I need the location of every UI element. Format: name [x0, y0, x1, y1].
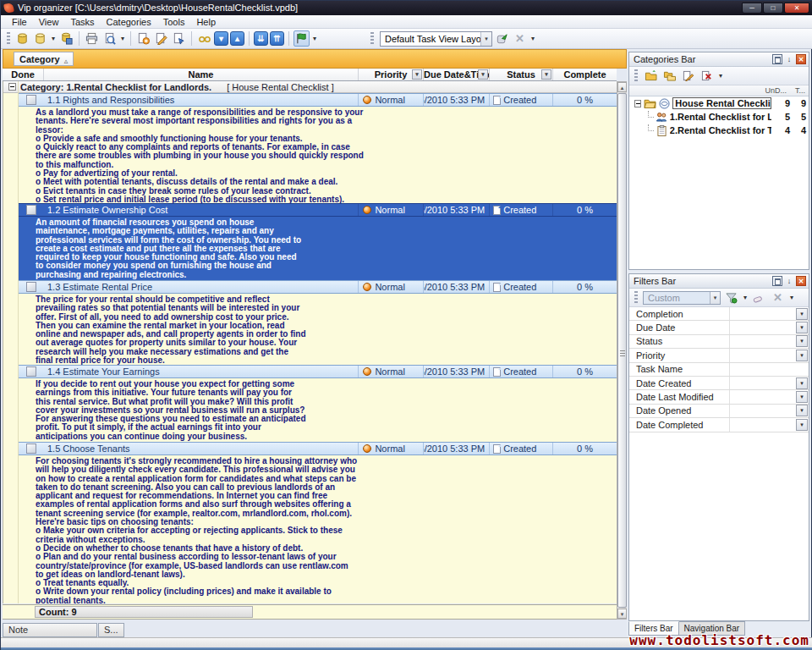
task-view-layout-combo[interactable]: Default Task View Layout ▾	[380, 31, 492, 47]
apply-filter-dropdown-icon[interactable]: ▾	[742, 294, 749, 301]
edit-task-icon[interactable]	[153, 30, 169, 47]
move-top-icon[interactable]: ⇈	[270, 31, 284, 46]
maximize-button[interactable]: □	[763, 3, 783, 14]
group-by-category-button[interactable]: Category	[14, 52, 74, 66]
open-database-icon[interactable]	[14, 30, 30, 47]
filter-row-date-modified[interactable]: Date Last Modified▾	[629, 390, 809, 404]
tree-item-root[interactable]: House Rental Checklist 9 9	[629, 96, 809, 110]
menu-file[interactable]: File	[6, 15, 33, 29]
filter-row-status[interactable]: Status▾	[629, 335, 809, 349]
column-undone[interactable]: UnD...	[765, 86, 787, 95]
database-dropdown-icon[interactable]: ▾	[50, 35, 57, 42]
task-checkbox[interactable]	[26, 95, 36, 105]
menu-tools[interactable]: Tools	[157, 15, 191, 29]
menu-categories[interactable]: Categories	[101, 15, 157, 29]
tree-item-tenants[interactable]: 2.Rental Checklist for Tenar 4 4	[629, 124, 809, 137]
task-row[interactable]: 1.3 Estimate Rental Price Normal 4/6/201…	[19, 280, 617, 294]
flag-filter-icon[interactable]	[294, 30, 310, 47]
menu-view[interactable]: View	[33, 15, 65, 29]
filter-row-priority[interactable]: Priority▾	[629, 349, 809, 362]
column-header-done[interactable]: Done	[3, 69, 43, 80]
scroll-up-icon[interactable]: ▴	[617, 82, 627, 92]
layout-combo-dropdown-icon[interactable]: ▾	[480, 32, 491, 46]
delete-task-icon[interactable]	[171, 30, 187, 47]
scroll-down-icon[interactable]: ▾	[617, 609, 627, 619]
status-filter-dropdown-icon[interactable]: ▾	[541, 69, 551, 80]
due-filter-dropdown-icon[interactable]: ▾	[478, 69, 488, 80]
filter-dropdown-icon[interactable]: ▾	[796, 335, 808, 347]
new-database-icon[interactable]	[32, 30, 48, 47]
task-checkbox[interactable]	[26, 282, 36, 292]
filter-dropdown-icon[interactable]: ▾	[796, 377, 808, 389]
category-group-row[interactable]: Category: 1.Rental Checklist for Landlor…	[3, 81, 617, 93]
column-header-priority[interactable]: Priority▾	[358, 69, 423, 80]
scrollbar-thumb[interactable]	[617, 93, 627, 608]
filter-dropdown-icon[interactable]: ▾	[796, 391, 808, 403]
print-preview-icon[interactable]	[102, 30, 118, 47]
minimize-button[interactable]: ─	[742, 3, 762, 14]
flag-dropdown-icon[interactable]: ▾	[311, 35, 318, 42]
tree-item-landlords[interactable]: 1.Rental Checklist for Landl 5 5	[629, 110, 809, 124]
panel-close-icon[interactable]: ✕	[796, 276, 806, 286]
filter-dropdown-icon[interactable]: ▾	[796, 350, 808, 361]
panel-restore-icon[interactable]	[772, 54, 782, 64]
filter-row-date-created[interactable]: Date Created▾	[629, 377, 809, 390]
tab-note[interactable]: Note	[3, 623, 97, 637]
column-total[interactable]: T...	[795, 86, 805, 95]
add-category-icon[interactable]	[643, 68, 659, 84]
panel-restore-icon[interactable]	[772, 276, 782, 286]
move-up-icon[interactable]: ▴	[230, 31, 244, 46]
close-button[interactable]: ✕	[784, 3, 809, 14]
print-dropdown-icon[interactable]: ▾	[119, 35, 126, 42]
clear-filter-icon[interactable]	[751, 289, 767, 306]
collapse-group-icon[interactable]	[8, 83, 16, 91]
task-row[interactable]: 1.4 Estimate Your Earnings Normal 4/6/20…	[19, 365, 617, 378]
layout-dropdown-icon[interactable]: ▾	[529, 35, 536, 42]
filter-dropdown-icon[interactable]: ▾	[796, 405, 808, 416]
menu-help[interactable]: Help	[190, 15, 222, 29]
column-header-due[interactable]: Due Date&Time▾	[423, 69, 489, 80]
delete-category-icon[interactable]	[699, 68, 715, 84]
task-checkbox[interactable]	[26, 205, 36, 215]
tree-collapse-icon[interactable]	[634, 100, 641, 107]
task-checkbox[interactable]	[26, 366, 36, 377]
filter-row-task-name[interactable]: Task Name	[629, 363, 809, 377]
panel-close-icon[interactable]: ✕	[796, 54, 806, 64]
menu-tasks[interactable]: Tasks	[64, 15, 100, 29]
apply-layout-icon[interactable]	[494, 30, 510, 47]
delete-filter-icon[interactable]: ✕	[770, 289, 786, 306]
view-notes-icon[interactable]	[196, 30, 212, 47]
task-checkbox[interactable]	[26, 443, 36, 454]
filters-toolbar-dropdown-icon[interactable]: ▾	[788, 294, 795, 301]
task-row-selected[interactable]: 1.2 Estimate Ownership Cost Normal 4/6/2…	[19, 203, 617, 217]
column-header-status[interactable]: Status▾	[489, 69, 552, 80]
tab-search[interactable]: S...	[98, 623, 124, 637]
add-subcategory-icon[interactable]	[661, 68, 678, 84]
panel-pin-icon[interactable]	[784, 54, 794, 64]
priority-filter-dropdown-icon[interactable]: ▾	[412, 69, 422, 80]
new-task-icon[interactable]	[135, 30, 151, 47]
column-header-name[interactable]: Name	[43, 69, 358, 80]
filter-dropdown-icon[interactable]: ▾	[796, 322, 808, 333]
filter-row-completion[interactable]: Completion▾	[629, 307, 809, 321]
filter-row-date-completed[interactable]: Date Completed▾	[629, 418, 809, 432]
filter-preset-combo[interactable]: Custom ▾	[643, 291, 721, 305]
filter-preset-dropdown-icon[interactable]: ▾	[710, 292, 720, 304]
filter-row-date-opened[interactable]: Date Opened▾	[629, 405, 809, 418]
people-icon	[656, 111, 668, 123]
task-row[interactable]: 1.1 Rights and Responsibilities Normal 4…	[19, 93, 617, 107]
panel-pin-icon[interactable]	[784, 276, 794, 286]
edit-category-icon[interactable]	[680, 68, 696, 84]
categories-toolbar-dropdown-icon[interactable]: ▾	[717, 72, 724, 80]
print-icon[interactable]	[84, 30, 100, 47]
delete-layout-icon[interactable]: ✕	[512, 30, 528, 47]
filter-dropdown-icon[interactable]: ▾	[796, 419, 808, 431]
apply-filter-icon[interactable]	[723, 289, 739, 306]
move-down-icon[interactable]: ▾	[214, 31, 228, 46]
filter-dropdown-icon[interactable]: ▾	[796, 308, 808, 320]
save-database-icon[interactable]	[58, 30, 74, 47]
move-bottom-icon[interactable]: ⇊	[254, 31, 268, 46]
task-row[interactable]: 1.5 Choose Tenants Normal 4/6/2010 5:33 …	[19, 442, 617, 455]
filter-row-due-date[interactable]: Due Date▾	[629, 321, 809, 334]
column-header-complete[interactable]: Complete	[552, 69, 617, 80]
